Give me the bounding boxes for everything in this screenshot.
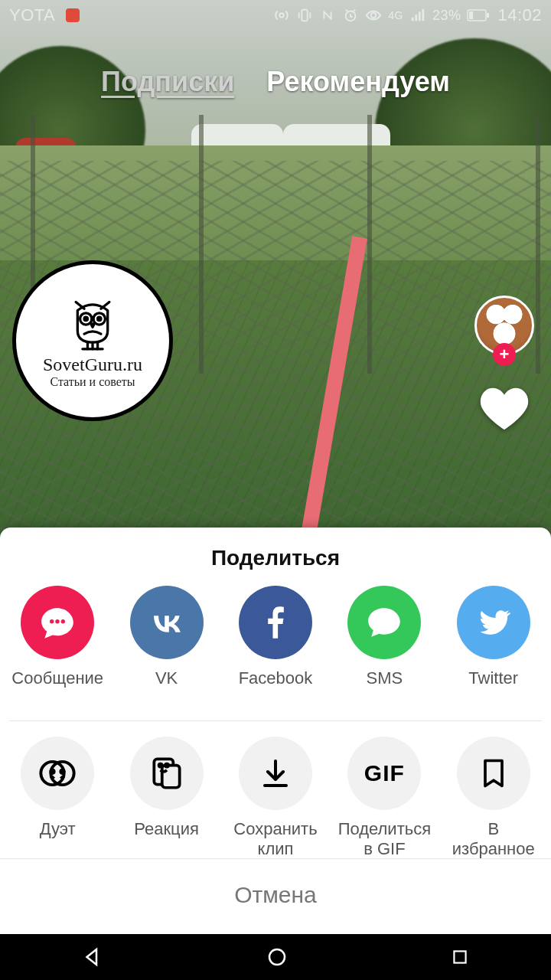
- svg-point-13: [55, 619, 59, 623]
- recording-indicator-icon: [66, 8, 80, 22]
- screen: YOTA 4G 23% 14:02 Подписки Рекомендуем: [0, 0, 551, 980]
- share-option-vk[interactable]: VK: [112, 586, 220, 705]
- svg-point-18: [61, 770, 64, 773]
- battery-percent-label: 23%: [432, 8, 461, 24]
- like-button[interactable]: [479, 386, 530, 435]
- watermark-logo: SovetGuru.ru Статьи и советы: [12, 260, 173, 421]
- svg-point-21: [158, 764, 161, 767]
- watermark-subtitle: Статьи и советы: [50, 375, 135, 389]
- svg-rect-6: [469, 11, 473, 19]
- carrier-label: YOTA: [9, 5, 55, 25]
- share-option-label: Twitter: [468, 668, 518, 705]
- svg-point-0: [279, 13, 284, 18]
- status-bar: YOTA 4G 23% 14:02: [0, 0, 551, 31]
- watermark-brand: SovetGuru.ru: [43, 354, 142, 375]
- author-avatar[interactable]: +: [474, 296, 534, 355]
- share-option-label: Facebook: [239, 668, 313, 705]
- battery-icon: [467, 9, 490, 21]
- cancel-button[interactable]: Отмена: [0, 858, 551, 934]
- right-action-rail: +: [474, 296, 534, 435]
- alarm-icon: [342, 7, 359, 24]
- vk-icon: [130, 586, 204, 659]
- duet-icon: [21, 737, 94, 810]
- svg-point-14: [61, 619, 65, 623]
- share-sheet-title: Поделиться: [0, 528, 551, 584]
- twitter-icon: [457, 586, 530, 659]
- share-social-row: Сообщение VK Facebook SMS: [0, 584, 551, 705]
- svg-point-3: [371, 13, 376, 18]
- svg-point-23: [269, 949, 285, 965]
- network-type-label: 4G: [388, 9, 403, 21]
- android-nav-bar: [0, 934, 551, 980]
- action-label: Поделитьсяв GIF: [338, 819, 431, 858]
- share-option-sms[interactable]: SMS: [330, 586, 439, 705]
- svg-point-17: [51, 770, 54, 773]
- owl-icon: [66, 293, 119, 354]
- nav-home-button[interactable]: [266, 946, 289, 969]
- tab-for-you[interactable]: Рекомендуем: [266, 66, 450, 98]
- signal-icon: [409, 7, 426, 24]
- share-option-twitter[interactable]: Twitter: [439, 586, 548, 705]
- action-react[interactable]: Реакция: [112, 737, 220, 858]
- share-sheet: Поделиться Сообщение VK Facebook: [0, 528, 551, 934]
- message-icon: [21, 586, 94, 659]
- eye-comfort-icon: [365, 7, 382, 24]
- hotspot-icon: [273, 7, 290, 24]
- share-option-label: SMS: [367, 668, 403, 705]
- action-add-favorite[interactable]: Визбранное: [439, 737, 548, 858]
- svg-point-9: [84, 317, 87, 320]
- share-option-facebook[interactable]: Facebook: [221, 586, 330, 705]
- action-label: Сохранитьклип: [233, 819, 317, 858]
- gif-icon: GIF: [347, 737, 421, 810]
- svg-point-10: [98, 317, 101, 320]
- nav-back-button[interactable]: [81, 946, 104, 969]
- action-label: Реакция: [134, 819, 199, 856]
- svg-rect-24: [455, 951, 466, 962]
- sms-icon: [347, 586, 421, 659]
- svg-rect-1: [302, 10, 308, 21]
- clock-label: 14:02: [497, 5, 542, 25]
- share-option-label: Сообщение: [11, 668, 103, 705]
- react-icon: [130, 737, 204, 810]
- action-save-video[interactable]: Сохранитьклип: [221, 737, 330, 858]
- nfc-icon: [319, 7, 336, 24]
- download-icon: [239, 737, 312, 810]
- svg-rect-20: [161, 766, 179, 788]
- share-actions-row: Дуэт Реакция Сохранитьклип GIF Поделитьс…: [0, 735, 551, 858]
- action-label: Визбранное: [452, 819, 535, 858]
- action-label: Дуэт: [40, 819, 76, 856]
- svg-point-12: [50, 619, 54, 623]
- share-option-label: VK: [155, 668, 178, 705]
- vibrate-icon: [296, 7, 313, 24]
- feed-tabs: Подписки Рекомендуем: [0, 66, 551, 98]
- svg-point-22: [165, 764, 168, 767]
- follow-button[interactable]: +: [493, 343, 516, 366]
- action-share-gif[interactable]: GIF Поделитьсяв GIF: [330, 737, 439, 858]
- nav-recent-button[interactable]: [450, 947, 470, 967]
- bookmark-icon: [457, 737, 530, 810]
- tab-following[interactable]: Подписки: [101, 66, 234, 98]
- action-duet[interactable]: Дуэт: [3, 737, 112, 858]
- facebook-icon: [239, 586, 312, 659]
- svg-rect-5: [487, 13, 489, 18]
- share-option-message[interactable]: Сообщение: [3, 586, 112, 705]
